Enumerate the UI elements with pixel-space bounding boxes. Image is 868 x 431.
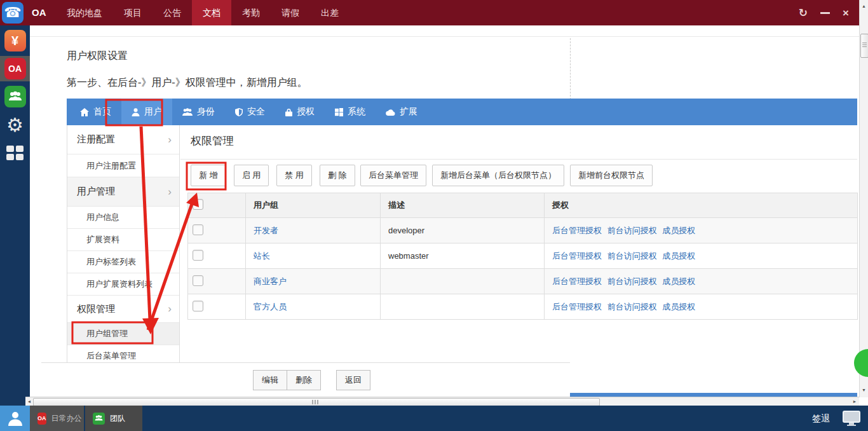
backend-auth-link[interactable]: 后台管理授权 [552,277,602,286]
row-checkbox[interactable] [193,224,203,235]
menu-label: 权限管理 [77,303,115,315]
tab-security[interactable]: 安全 [225,99,275,125]
menu-item-user-tag-list[interactable]: 用户标签列表 [67,251,179,273]
sidebar-item-finance[interactable]: ¥ [0,28,30,53]
top-menu-item-attendance[interactable]: 考勤 [231,0,271,25]
tab-system[interactable]: 系统 [325,99,376,125]
user-avatar-icon[interactable] [0,406,30,431]
chevron-right-icon: › [168,133,172,146]
sidebar-item-oa[interactable]: OA [0,56,30,81]
menu-label: 用户注册配置 [86,160,136,172]
menu-label: 后台菜单管理 [86,350,136,362]
table-row: 商业客户 后台管理授权 前台访问授权 成员授权 [188,269,858,294]
add-backend-menu-button[interactable]: 新增后台菜单（后台权限节点） [432,165,564,186]
refresh-icon[interactable]: ↻ [799,8,808,18]
taskbar-tab-team[interactable]: 团队 [85,406,142,431]
menu-section-permission-management[interactable]: 权限管理 › [67,296,179,323]
top-menu-item-mypanel[interactable]: 我的地盘 [56,0,113,25]
add-button[interactable]: 新 增 [191,165,226,186]
backend-menu-button[interactable]: 后台菜单管理 [360,165,426,186]
back-button[interactable]: 返回 [336,370,370,390]
member-auth-link[interactable]: 成员授权 [662,277,695,286]
top-menu-item-announce[interactable]: 公告 [153,0,192,25]
menu-item-user-group-management[interactable]: 用户组管理 [67,323,179,345]
menu-item-extended-profile[interactable]: 扩展资料 [67,229,179,251]
menu-section-register-config[interactable]: 注册配置 › [67,125,179,154]
frontend-auth-link[interactable]: 前台访问授权 [607,302,657,311]
group-link[interactable]: 官方人员 [254,302,287,311]
top-menu-item-trip[interactable]: 出差 [310,0,349,25]
group-link[interactable]: 商业客户 [254,277,287,286]
top-menu-item-docs[interactable]: 文档 [192,0,231,25]
scroll-left-icon[interactable]: ◄ [26,398,32,406]
tab-home[interactable]: 首页 [70,99,121,125]
menu-item-user-extended-list[interactable]: 用户扩展资料列表 [67,273,179,296]
monitor-icon[interactable] [843,411,860,426]
tab-authorize[interactable]: 授权 [275,99,325,125]
group-link[interactable]: 站长 [254,251,270,261]
tab-security-label: 安全 [247,106,265,118]
oa-icon: OA [4,58,26,79]
scroll-down-icon[interactable]: ▼ [860,387,868,394]
group-link[interactable]: 开发者 [254,226,278,235]
table-row: 官方人员 后台管理授权 前台访问授权 成员授权 [188,294,858,320]
row-checkbox[interactable] [193,250,203,261]
top-menu-item-leave[interactable]: 请假 [271,0,310,25]
signout-button[interactable]: 签退 [812,406,830,431]
panel-title: 权限管理 [191,133,234,148]
sidebar-item-apps[interactable] [0,140,30,165]
backend-auth-link[interactable]: 后台管理授权 [552,251,602,261]
scroll-grip [862,43,867,48]
scroll-right-icon[interactable]: ► [851,398,858,406]
frontend-auth-link[interactable]: 前台访问授权 [607,251,657,261]
row-checkbox[interactable] [193,301,203,311]
tab-user[interactable]: 用户 [121,99,172,125]
frontend-auth-link[interactable]: 前台访问授权 [607,226,657,235]
disable-button[interactable]: 禁 用 [276,165,312,186]
taskbar-tab-daily-office[interactable]: OA 日常办公 [30,406,84,431]
close-icon[interactable]: × [843,8,849,18]
menu-label: 用户信息 [86,212,119,223]
tab-identity-label: 身份 [197,106,215,118]
scroll-up-icon[interactable]: ▲ [860,3,868,10]
phone-icon[interactable]: ☎ [2,2,24,24]
tab-identity[interactable]: 身份 [172,99,225,125]
content-divider [30,36,859,37]
menu-label: 用户管理 [77,186,115,198]
backend-auth-link[interactable]: 后台管理授权 [552,226,602,235]
menu-item-backend-menu-management[interactable]: 后台菜单管理 [67,345,179,362]
group-desc [381,269,545,294]
menu-section-user-management[interactable]: 用户管理 › [67,177,179,207]
document-step-text: 第一步、在后台-》用户-》权限管理中，新增用户组。 [67,76,308,90]
top-menu: 我的地盘 项目 公告 文档 考勤 请假 出差 [56,0,349,25]
add-frontend-node-button[interactable]: 新增前台权限节点 [570,165,653,186]
menu-item-user-register-config[interactable]: 用户注册配置 [67,154,179,177]
sidebar-item-settings[interactable]: ⚙ [0,112,30,137]
member-auth-link[interactable]: 成员授权 [662,302,695,311]
edit-button[interactable]: 编辑 [253,370,287,390]
menu-item-user-info[interactable]: 用户信息 [67,207,179,229]
table-row: 开发者 developer 后台管理授权 前台访问授权 成员授权 [188,218,858,243]
delete-button-footer[interactable]: 删除 [287,370,321,390]
member-auth-link[interactable]: 成员授权 [662,226,695,235]
admin-navbar: 首页 用户 身份 安全 授权 系统 扩展 [67,99,857,125]
vertical-scrollbar[interactable]: ▲ ▼ [859,0,868,397]
row-checkbox[interactable] [193,275,203,286]
enable-button[interactable]: 启 用 [234,165,269,186]
taskbar-tab-label: 团队 [110,413,125,424]
horizontal-scrollbar[interactable]: ◄ ► [25,397,859,406]
delete-button[interactable]: 删 除 [320,165,355,186]
minimize-icon[interactable] [820,12,830,14]
top-menu-item-project[interactable]: 项目 [113,0,153,25]
vertical-scroll-thumb[interactable] [860,34,868,58]
select-all-checkbox[interactable] [193,199,203,210]
tab-extension[interactable]: 扩展 [376,99,428,125]
window-titlebar: ☎ OA 我的地盘 项目 公告 文档 考勤 请假 出差 ↻ × [0,0,859,25]
sidebar-item-contacts[interactable] [0,84,30,109]
floating-action-button[interactable] [854,349,868,377]
footer-buttons: 编辑 删除 返回 [253,370,370,390]
backend-auth-link[interactable]: 后台管理授权 [552,302,602,311]
member-auth-link[interactable]: 成员授权 [662,251,695,261]
gear-icon: ⚙ [4,114,26,135]
frontend-auth-link[interactable]: 前台访问授权 [607,277,657,286]
